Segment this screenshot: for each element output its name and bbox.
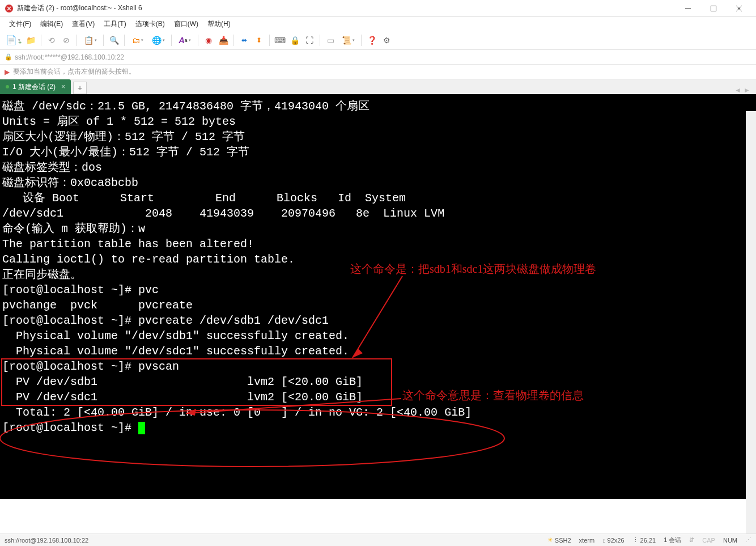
hint-text: 要添加当前会话，点击左侧的箭头按钮。 bbox=[13, 67, 135, 77]
titlebar: 新建会话 (2) - root@localhost:~ - Xshell 6 bbox=[0, 0, 756, 17]
disconnect-button[interactable]: ⊘ bbox=[60, 33, 73, 47]
menu-view[interactable]: 查看(V) bbox=[67, 18, 99, 30]
sessions-button[interactable]: 🗂▾ bbox=[128, 33, 147, 47]
menu-window[interactable]: 窗口(W) bbox=[169, 18, 203, 30]
fullscreen-button[interactable]: ⛶ bbox=[303, 33, 316, 47]
font-button[interactable]: Aa▾ bbox=[175, 33, 194, 47]
xshell-button[interactable]: ◉ bbox=[202, 33, 215, 47]
tile-v-button[interactable]: ⬍ bbox=[252, 33, 266, 47]
status-dot-icon bbox=[6, 85, 9, 88]
reconnect-button[interactable]: ⟲ bbox=[45, 33, 58, 47]
settings-button[interactable]: ⚙ bbox=[380, 33, 393, 47]
terminal-line: Physical volume "/dev/sdc1" successfully… bbox=[2, 344, 754, 359]
maximize-button[interactable] bbox=[700, 0, 726, 17]
terminal-line: 命令(输入 m 获取帮助)：w bbox=[2, 221, 754, 236]
status-term: xterm bbox=[579, 537, 595, 544]
menu-tools[interactable]: 工具(T) bbox=[99, 18, 130, 30]
terminal-line: [root@localhost ~]# pvc bbox=[2, 282, 754, 298]
terminal-line: Total: 2 [<40.00 GiB] / in use: 0 [0 ] /… bbox=[2, 405, 754, 420]
terminal-line: 磁盘 /dev/sdc：21.5 GB, 21474836480 字节，4194… bbox=[2, 99, 754, 114]
menu-file[interactable]: 文件(F) bbox=[5, 18, 36, 30]
terminal-line: 正在同步磁盘。 bbox=[2, 267, 754, 282]
menu-help[interactable]: 帮助(H) bbox=[203, 18, 235, 30]
hintbar: ▶ 要添加当前会话，点击左侧的箭头按钮。 bbox=[0, 65, 756, 79]
flag-icon: ▶ bbox=[5, 68, 10, 76]
globe-button[interactable]: 🌐▾ bbox=[148, 33, 168, 47]
terminal-line: pvchange pvck pvcreate bbox=[2, 298, 754, 313]
lock-icon: 🔒 bbox=[5, 53, 12, 61]
terminal-scrollbar[interactable] bbox=[746, 111, 756, 534]
new-session-button[interactable]: 📄+▾ bbox=[3, 33, 23, 47]
status-cap: CAP bbox=[702, 537, 715, 544]
terminal-line: PV /dev/sdc1 lvm2 [<20.00 GiB] bbox=[2, 390, 754, 405]
address-text[interactable]: ssh://root:******@192.168.100.10:22 bbox=[15, 53, 124, 61]
terminal-line: The partition table has been altered! bbox=[2, 236, 754, 252]
status-resize-grip[interactable]: ⋰ bbox=[745, 536, 751, 544]
terminal[interactable]: 磁盘 /dev/sdc：21.5 GB, 21474836480 字节，4194… bbox=[0, 94, 756, 499]
terminal-line: 磁盘标识符：0x0ca8bcbb bbox=[2, 175, 754, 191]
menu-edit[interactable]: 编辑(E) bbox=[36, 18, 67, 30]
lock-button[interactable]: 🔒 bbox=[288, 33, 301, 47]
tab-nav-left[interactable]: ◄ bbox=[733, 86, 742, 94]
status-connection: ssh://root@192.168.100.10:22 bbox=[5, 537, 540, 544]
script-button[interactable]: 📜▾ bbox=[338, 33, 358, 47]
tab-label: 1 新建会话 (2) bbox=[12, 82, 56, 92]
terminal-line: [root@localhost ~]# bbox=[2, 420, 754, 435]
terminal-line: /dev/sdc1 2048 41943039 20970496 8e Linu… bbox=[2, 206, 754, 221]
terminal-line: 扇区大小(逻辑/物理)：512 字节 / 512 字节 bbox=[2, 129, 754, 145]
compose-button[interactable]: ▭ bbox=[324, 33, 337, 47]
toolbar: 📄+▾ 📁 ⟲ ⊘ 📋▾ 🔍 🗂▾ 🌐▾ Aa▾ ◉ 📥 ⬌ ⬍ ⌨ 🔒 ⛶ ▭… bbox=[0, 31, 756, 50]
status-protocol: ☀SSH2 bbox=[547, 536, 571, 544]
tabbar: 1 新建会话 (2) × + ◄ ► bbox=[0, 79, 756, 94]
terminal-line: [root@localhost ~]# pvscan bbox=[2, 359, 754, 374]
tab-nav-right[interactable]: ► bbox=[742, 86, 751, 94]
terminal-line: 磁盘标签类型：dos bbox=[2, 160, 754, 175]
status-updown-icon: ⇵ bbox=[689, 536, 694, 544]
help-button[interactable]: ❓ bbox=[365, 33, 379, 47]
menubar: 文件(F) 编辑(E) 查看(V) 工具(T) 选项卡(B) 窗口(W) 帮助(… bbox=[0, 17, 756, 31]
terminal-line: Calling ioctl() to re-read partition tab… bbox=[2, 252, 754, 267]
app-icon bbox=[5, 4, 14, 13]
terminal-line: Units = 扇区 of 1 * 512 = 512 bytes bbox=[2, 114, 754, 129]
copy-button[interactable]: 📋▾ bbox=[80, 33, 100, 47]
transfer-button[interactable]: 📥 bbox=[216, 33, 230, 47]
statusbar: ssh://root@192.168.100.10:22 ☀SSH2 xterm… bbox=[0, 534, 756, 546]
close-button[interactable] bbox=[726, 0, 751, 17]
session-tab[interactable]: 1 新建会话 (2) × bbox=[0, 79, 71, 94]
keyboard-button[interactable]: ⌨ bbox=[273, 33, 287, 47]
tab-close-button[interactable]: × bbox=[61, 83, 65, 91]
terminal-line: I/O 大小(最小/最佳)：512 字节 / 512 字节 bbox=[2, 145, 754, 160]
cursor bbox=[138, 422, 145, 434]
addressbar: 🔒 ssh://root:******@192.168.100.10:22 bbox=[0, 50, 756, 65]
minimize-button[interactable] bbox=[675, 0, 700, 17]
terminal-line: 设备 Boot Start End Blocks Id System bbox=[2, 191, 754, 206]
status-num: NUM bbox=[723, 537, 737, 544]
open-button[interactable]: 📁 bbox=[24, 33, 37, 47]
tile-h-button[interactable]: ⬌ bbox=[237, 33, 251, 47]
menu-tabs[interactable]: 选项卡(B) bbox=[131, 18, 169, 30]
new-tab-button[interactable]: + bbox=[73, 82, 87, 94]
window-title: 新建会话 (2) - root@localhost:~ - Xshell 6 bbox=[17, 3, 675, 13]
terminal-line: PV /dev/sdb1 lvm2 [<20.00 GiB] bbox=[2, 374, 754, 390]
terminal-line: [root@localhost ~]# pvcreate /dev/sdb1 /… bbox=[2, 313, 754, 328]
status-sessions: 1 会话 bbox=[664, 536, 681, 544]
status-cursor-pos: ⋮26,21 bbox=[632, 536, 656, 544]
status-size: ↕92x26 bbox=[602, 537, 624, 544]
svg-rect-2 bbox=[711, 6, 716, 11]
terminal-line: Physical volume "/dev/sdb1" successfully… bbox=[2, 328, 754, 344]
search-button[interactable]: 🔍 bbox=[107, 33, 121, 47]
